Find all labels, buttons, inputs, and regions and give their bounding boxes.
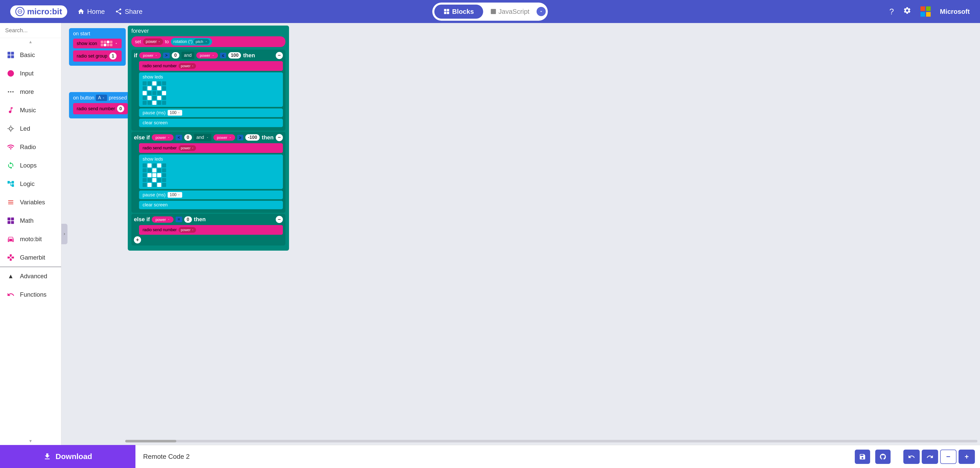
show-leds-label-2: show leds — [143, 157, 279, 162]
zoom-in-button[interactable]: + — [959, 450, 975, 464]
gt-op-1[interactable]: > — [163, 53, 169, 58]
zero-3[interactable]: 0 — [184, 216, 192, 223]
sidebar-item-functions[interactable]: Functions — [0, 285, 61, 304]
pause-val-2[interactable]: 100 — [168, 192, 182, 198]
undo-button[interactable] — [903, 450, 920, 464]
gamerbit-icon — [6, 253, 15, 262]
undo-icon — [908, 453, 915, 460]
svg-rect-8 — [8, 52, 11, 55]
radio-send-num-block[interactable]: radio send number 0 — [73, 103, 128, 114]
advanced-label: Advanced — [20, 273, 47, 280]
help-icon[interactable]: ? — [889, 7, 894, 16]
clear-screen-1[interactable]: clear screen — [139, 119, 283, 127]
tab-dropdown-btn[interactable] — [537, 7, 546, 16]
pause-block-2[interactable]: pause (ms) 100 — [139, 190, 283, 199]
sidebar-item-advanced[interactable]: ▲ Advanced — [0, 267, 61, 285]
zoom-in-icon: + — [965, 453, 969, 461]
radio-set-group-label: radio set group — [77, 53, 107, 59]
forever-label: forever — [131, 28, 285, 34]
neg-hundred-2[interactable]: -100 — [245, 134, 259, 141]
set-power-block[interactable]: set power to rotation (°) pitch — [131, 36, 285, 47]
collapse-btn-2[interactable]: − — [276, 134, 283, 141]
svg-rect-5 — [444, 12, 446, 14]
on-start-block[interactable]: on start show icon — [69, 28, 126, 66]
dropdown-arrow-icon[interactable] — [115, 42, 118, 45]
home-link[interactable]: Home — [78, 8, 105, 16]
collapse-btn-1[interactable]: − — [276, 52, 283, 59]
show-leds-2[interactable]: show leds — [139, 155, 283, 189]
show-icon-block[interactable]: show icon — [73, 38, 122, 48]
le-op-1[interactable]: ≤ — [220, 53, 226, 58]
radio-send-power-3[interactable]: radio send number power — [139, 225, 283, 235]
sidebar-item-logic[interactable]: Logic — [0, 175, 61, 193]
power-var[interactable]: power — [143, 38, 163, 45]
pause-val-1[interactable]: 100 — [168, 110, 182, 116]
power-dd-3[interactable]: power — [179, 227, 196, 233]
javascript-tab[interactable]: JavaScript — [485, 5, 535, 19]
if-cond-power-3[interactable]: power — [152, 216, 173, 223]
pause-block-1[interactable]: pause (ms) 100 — [139, 109, 283, 117]
sidebar-item-radio[interactable]: Radio — [0, 138, 61, 156]
horizontal-scrollbar[interactable] — [123, 437, 980, 445]
project-name-input[interactable] — [143, 453, 850, 461]
sidebar-item-music[interactable]: Music — [0, 101, 61, 120]
logo[interactable]: micro:bit — [10, 5, 67, 18]
sidebar-item-basic[interactable]: Basic — [0, 46, 61, 64]
on-start-label: on start — [73, 31, 122, 37]
power-dd-1[interactable]: power — [179, 63, 196, 69]
sidebar-item-gamerbit[interactable]: Gamerbit — [0, 248, 61, 267]
zoom-out-icon: − — [946, 453, 950, 461]
save-button[interactable] — [855, 450, 870, 464]
sidebar-expander[interactable] — [61, 224, 67, 244]
if-cond-power-1b[interactable]: power — [196, 52, 218, 59]
if-block-1[interactable]: if power > 0 and power ≤ 100 — [131, 50, 285, 131]
blocks-tab[interactable]: Blocks — [434, 5, 483, 19]
zoom-out-button[interactable]: − — [940, 450, 956, 464]
button-letter-dropdown[interactable]: A — [96, 94, 107, 101]
sidebar-item-input[interactable]: Input — [0, 64, 61, 83]
add-condition-btn[interactable]: + — [134, 236, 141, 243]
lt-op-2[interactable]: < — [175, 135, 182, 141]
sidebar-item-loops[interactable]: Loops — [0, 156, 61, 175]
sidebar-item-more[interactable]: more — [0, 83, 61, 101]
share-link[interactable]: Share — [115, 8, 142, 16]
else-if-block-2[interactable]: else if power < 0 and power — [131, 132, 285, 213]
sidebar-item-led[interactable]: Led — [0, 120, 61, 138]
scroll-down[interactable]: ▼ — [0, 437, 61, 445]
if-cond-power-1[interactable]: power — [139, 52, 161, 59]
rotation-block[interactable]: rotation (°) pitch — [171, 38, 212, 46]
collapse-btn-3[interactable]: − — [276, 216, 283, 223]
if-cond-power-2[interactable]: power — [152, 134, 173, 141]
forever-block[interactable]: forever set power to rotation (°) pitch — [128, 26, 289, 251]
sidebar-item-variables[interactable]: Variables — [0, 193, 61, 211]
if-cond-power-2b[interactable]: power — [213, 134, 235, 141]
ge-op-2[interactable]: ≥ — [237, 135, 243, 141]
svg-point-13 — [8, 91, 9, 93]
else-if-block-3[interactable]: else if power = 0 then − radio send numb… — [131, 214, 285, 246]
radio-set-group-block[interactable]: radio set group 1 — [73, 50, 122, 62]
pitch-dropdown[interactable]: pitch — [193, 39, 209, 45]
show-leds-1[interactable]: show leds — [139, 72, 283, 107]
radio-send-power-2[interactable]: radio send number power — [139, 143, 283, 153]
hundred-1[interactable]: 100 — [228, 52, 241, 59]
download-button[interactable]: Download — [0, 445, 135, 468]
scroll-up[interactable]: ▲ — [0, 38, 61, 46]
block-workspace[interactable]: on start show icon — [61, 23, 980, 437]
scrollbar-thumb[interactable] — [125, 440, 176, 442]
zero-2[interactable]: 0 — [184, 134, 192, 141]
eq-op-3[interactable]: = — [175, 217, 182, 222]
power-dd-2[interactable]: power — [179, 145, 196, 151]
and-kw-1: and — [181, 52, 194, 59]
search-input[interactable] — [5, 27, 61, 34]
clear-screen-2[interactable]: clear screen — [139, 201, 283, 209]
zero-1[interactable]: 0 — [172, 52, 180, 59]
radio-send-power-1[interactable]: radio send number power — [139, 61, 283, 71]
scrollbar-track — [125, 440, 977, 442]
sidebar-item-math[interactable]: Math — [0, 211, 61, 230]
download-label: Download — [56, 452, 92, 461]
redo-button[interactable] — [922, 450, 938, 464]
on-button-block[interactable]: on button A pressed radio send number 0 — [69, 92, 132, 118]
sidebar-item-motobit[interactable]: moto:bit — [0, 230, 61, 248]
github-button[interactable] — [875, 450, 891, 464]
settings-icon[interactable] — [903, 6, 911, 17]
